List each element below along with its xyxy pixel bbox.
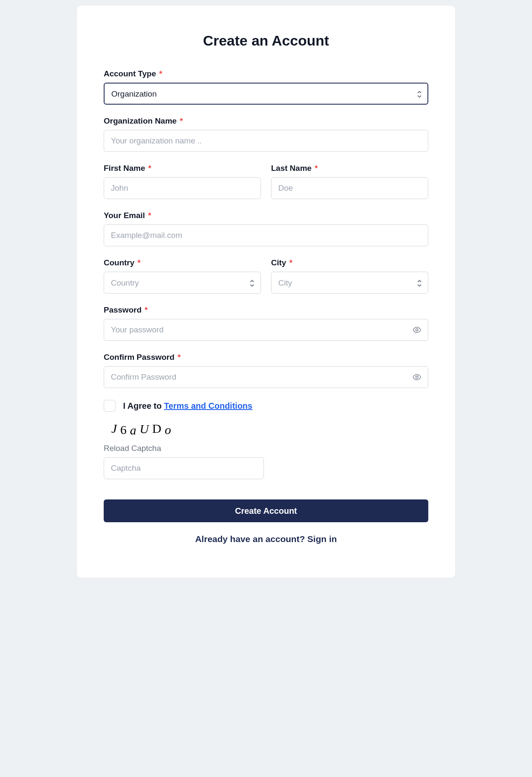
required-mark: * <box>148 211 151 220</box>
select-wrap-account-type: Organization <box>104 83 428 105</box>
label-email: Your Email * <box>104 211 428 220</box>
required-mark: * <box>145 305 148 314</box>
signup-card: Create an Account Account Type * Organiz… <box>76 5 456 578</box>
field-city: City * City <box>271 258 428 294</box>
create-account-button[interactable]: Create Account <box>104 499 428 522</box>
field-account-type: Account Type * Organization <box>104 69 428 105</box>
field-country: Country * Country <box>104 258 261 294</box>
signin-row: Already have an account? Sign in <box>104 534 428 544</box>
password-input[interactable] <box>104 319 428 341</box>
agree-text: I Agree to Terms and Conditions <box>123 401 253 411</box>
select-wrap-city: City <box>271 272 428 294</box>
label-confirm-password: Confirm Password * <box>104 353 428 362</box>
required-mark: * <box>177 353 180 362</box>
confirm-password-input[interactable] <box>104 366 428 388</box>
terms-link[interactable]: Terms and Conditions <box>164 401 253 410</box>
svg-point-1 <box>416 376 418 378</box>
field-confirm-password: Confirm Password * <box>104 353 428 388</box>
account-type-select[interactable]: Organization <box>104 83 428 105</box>
label-last-name: Last Name * <box>271 164 428 173</box>
label-city: City * <box>271 258 428 267</box>
captcha-image: J6aUDo <box>111 422 428 436</box>
email-input[interactable] <box>104 224 428 246</box>
required-mark: * <box>314 164 317 173</box>
field-email: Your Email * <box>104 211 428 246</box>
last-name-input[interactable] <box>271 177 428 199</box>
label-text: Account Type <box>104 69 156 78</box>
label-text: City <box>271 258 286 267</box>
select-wrap-country: Country <box>104 272 261 294</box>
label-text: Your Email <box>104 211 145 220</box>
required-mark: * <box>289 258 292 267</box>
field-last-name: Last Name * <box>271 164 428 199</box>
password-wrap <box>104 319 428 341</box>
label-org-name: Organization Name * <box>104 116 428 126</box>
required-mark: * <box>137 258 140 267</box>
signin-link[interactable]: Sign in <box>307 534 337 544</box>
svg-point-0 <box>416 329 418 331</box>
eye-icon[interactable] <box>412 325 422 335</box>
agree-row: I Agree to Terms and Conditions <box>104 400 428 412</box>
label-first-name: First Name * <box>104 164 261 173</box>
row-location: Country * Country City * City <box>104 258 428 305</box>
required-mark: * <box>148 164 151 173</box>
required-mark: * <box>180 116 183 125</box>
first-name-input[interactable] <box>104 177 261 199</box>
label-country: Country * <box>104 258 261 267</box>
captcha-input[interactable] <box>104 457 264 479</box>
city-select[interactable]: City <box>271 272 428 294</box>
label-account-type: Account Type * <box>104 69 428 78</box>
agree-prefix: I Agree to <box>123 401 164 410</box>
agree-checkbox[interactable] <box>104 400 116 412</box>
field-first-name: First Name * <box>104 164 261 199</box>
country-select[interactable]: Country <box>104 272 261 294</box>
signin-prefix: Already have an account? <box>195 534 307 544</box>
confirm-password-wrap <box>104 366 428 388</box>
eye-icon[interactable] <box>412 372 422 382</box>
field-org-name: Organization Name * <box>104 116 428 152</box>
label-text: Country <box>104 258 134 267</box>
label-text: Last Name <box>271 164 312 173</box>
label-text: Organization Name <box>104 116 177 125</box>
reload-captcha-label[interactable]: Reload Captcha <box>104 444 428 453</box>
org-name-input[interactable] <box>104 130 428 152</box>
label-password: Password * <box>104 305 428 315</box>
field-password: Password * <box>104 305 428 341</box>
label-text: Confirm Password <box>104 353 175 362</box>
label-text: First Name <box>104 164 145 173</box>
required-mark: * <box>159 69 162 78</box>
label-text: Password <box>104 305 142 314</box>
page-title: Create an Account <box>104 32 428 49</box>
row-name: First Name * Last Name * <box>104 164 428 211</box>
